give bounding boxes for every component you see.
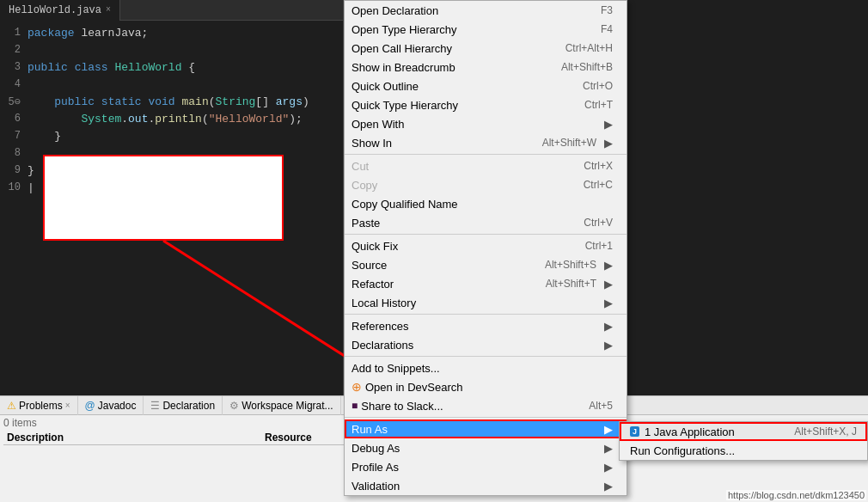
line-num: 5⊖ (0, 95, 28, 108)
line-content: package learnJava; (28, 27, 148, 40)
separator-2 (345, 234, 627, 235)
menu-cut[interactable]: Cut Ctrl+X (345, 156, 627, 175)
tab-workspace[interactable]: ⚙ Workspace Migrat... (223, 396, 340, 415)
problems-icon: ⚠ (7, 400, 16, 412)
col-description: Description (7, 432, 265, 444)
file-tab[interactable]: HelloWorld.java × (0, 0, 120, 21)
submenu-run-configs[interactable]: Run Configurations... (620, 441, 867, 460)
slack-icon: ■ (351, 400, 358, 412)
code-line-6: 6 System.out.println("HelloWorld"); (0, 110, 343, 127)
workspace-icon: ⚙ (229, 400, 239, 412)
menu-share-slack[interactable]: ■ Share to Slack... Alt+5 (345, 396, 627, 415)
line-content: | (28, 181, 34, 194)
line-content: public static void main(String[] args) (28, 95, 309, 108)
menu-open-declaration[interactable]: Open Declaration F3 (345, 1, 627, 20)
separator-3 (345, 314, 627, 315)
devsearch-icon: ⊕ (351, 380, 362, 394)
menu-show-breadcrumb[interactable]: Show in Breadcrumb Alt+Shift+B (345, 58, 627, 77)
separator-1 (345, 154, 627, 155)
line-num: 8 (0, 147, 28, 159)
line-content: } (28, 130, 61, 143)
separator-5 (345, 417, 627, 418)
tab-bar: HelloWorld.java × (0, 0, 343, 21)
menu-copy[interactable]: Copy Ctrl+C (345, 175, 627, 194)
menu-run-as[interactable]: Run As ▶ (345, 419, 627, 438)
line-content: public class HelloWorld { (28, 61, 195, 74)
menu-declarations[interactable]: Declarations ▶ (345, 335, 627, 354)
submenu-arrow-icon5: ▶ (604, 297, 613, 309)
menu-open-type-hierarchy[interactable]: Open Type Hierarchy F4 (345, 20, 627, 39)
line-num: 1 (0, 27, 28, 39)
submenu-arrow-icon8: ▶ (604, 423, 613, 436)
submenu-arrow-icon10: ▶ (604, 461, 613, 474)
submenu-arrow-icon4: ▶ (604, 278, 613, 291)
watermark: https://blog.csdn.net/dkm123450 (726, 490, 866, 500)
problems-tab-close[interactable]: × (65, 401, 70, 410)
menu-validation[interactable]: Validation ▶ (345, 476, 627, 495)
submenu-arrow-icon: ▶ (604, 118, 613, 131)
menu-quick-outline[interactable]: Quick Outline Ctrl+O (345, 77, 627, 95)
java-app-icon: J (630, 426, 639, 437)
menu-add-snippets[interactable]: Add to Snippets... (345, 358, 627, 377)
code-line-5: 5⊖ public static void main(String[] args… (0, 93, 343, 110)
code-line-4: 4 (0, 76, 343, 93)
submenu-arrow-icon7: ▶ (604, 339, 613, 352)
menu-references[interactable]: References ▶ (345, 316, 627, 335)
submenu-arrow-icon2: ▶ (604, 137, 613, 150)
col-resource: Resource (265, 432, 351, 444)
menu-debug-as[interactable]: Debug As ▶ (345, 438, 627, 457)
menu-quick-type-hierarchy[interactable]: Quick Type Hierarchy Ctrl+T (345, 95, 627, 114)
submenu-arrow-icon9: ▶ (604, 442, 613, 455)
code-line-1: 1 package learnJava; (0, 24, 343, 41)
line-content: } (28, 164, 34, 177)
submenu-arrow-icon6: ▶ (604, 320, 613, 333)
menu-open-with[interactable]: Open With ▶ (345, 114, 627, 133)
menu-profile-as[interactable]: Profile As ▶ (345, 457, 627, 476)
javadoc-icon: @ (85, 400, 95, 412)
menu-quick-fix[interactable]: Quick Fix Ctrl+1 (345, 236, 627, 255)
code-line-2: 2 (0, 41, 343, 58)
menu-local-history[interactable]: Local History ▶ (345, 293, 627, 312)
separator-4 (345, 356, 627, 357)
declaration-icon: ☰ (150, 400, 160, 412)
code-line-3: 3 public class HelloWorld { (0, 58, 343, 76)
code-line-7: 7 } (0, 127, 343, 144)
annotation-box (43, 155, 284, 241)
context-menu: Open Declaration F3 Open Type Hierarchy … (344, 0, 627, 496)
tab-javadoc[interactable]: @ Javadoc (78, 396, 144, 415)
line-num: 9 (0, 164, 28, 176)
line-num: 4 (0, 78, 28, 90)
menu-show-in[interactable]: Show In Alt+Shift+W ▶ (345, 133, 627, 152)
menu-paste[interactable]: Paste Ctrl+V (345, 213, 627, 232)
menu-open-call-hierarchy[interactable]: Open Call Hierarchy Ctrl+Alt+H (345, 39, 627, 58)
tab-problems[interactable]: ⚠ Problems × (0, 396, 78, 415)
submenu-arrow-icon11: ▶ (604, 480, 613, 493)
menu-refactor[interactable]: Refactor Alt+Shift+T ▶ (345, 274, 627, 293)
tab-declaration[interactable]: ☰ Declaration (144, 396, 223, 415)
submenu-arrow-icon3: ▶ (604, 259, 613, 272)
menu-open-devsearch[interactable]: ⊕ Open in DevSearch (345, 377, 627, 396)
file-tab-label: HelloWorld.java (9, 4, 101, 16)
tab-close-icon[interactable]: × (106, 5, 111, 15)
line-num: 10 (0, 181, 28, 193)
line-num: 7 (0, 130, 28, 142)
run-as-submenu: J 1 Java Application Alt+Shift+X, J Run … (619, 421, 868, 461)
line-num: 6 (0, 113, 28, 125)
line-content: System.out.println("HelloWorld"); (28, 113, 303, 126)
submenu-java-app[interactable]: J 1 Java Application Alt+Shift+X, J (620, 422, 867, 441)
menu-source[interactable]: Source Alt+Shift+S ▶ (345, 255, 627, 274)
line-num: 2 (0, 44, 28, 56)
line-num: 3 (0, 61, 28, 73)
menu-copy-qualified[interactable]: Copy Qualified Name (345, 194, 627, 213)
